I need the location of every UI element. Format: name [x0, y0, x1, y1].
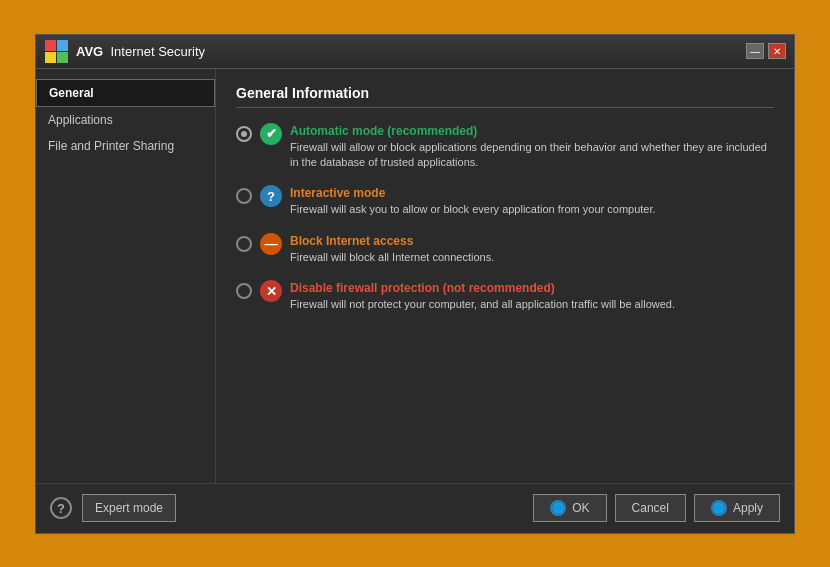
option-automatic: ✔ Automatic mode (recommended) Firewall … — [236, 124, 774, 171]
icon-interactive: ? — [260, 185, 282, 207]
radio-automatic[interactable] — [236, 126, 252, 142]
label-interactive: Interactive mode — [290, 186, 774, 200]
title-bar-left: AVG Internet Security — [44, 39, 205, 63]
radio-block[interactable] — [236, 236, 252, 252]
desc-disable: Firewall will not protect your computer,… — [290, 297, 774, 312]
brand-text: AVG — [76, 44, 103, 59]
close-button[interactable]: ✕ — [768, 43, 786, 59]
section-title: General Information — [236, 85, 774, 108]
icon-automatic: ✔ — [260, 123, 282, 145]
icon-disable: ✕ — [260, 280, 282, 302]
option-text-disable: Disable firewall protection (not recomme… — [290, 281, 774, 312]
option-block: — Block Internet access Firewall will bl… — [236, 234, 774, 265]
apply-label: Apply — [733, 501, 763, 515]
footer-left: ? Expert mode — [50, 494, 176, 522]
option-text-block: Block Internet access Firewall will bloc… — [290, 234, 774, 265]
sidebar: General Applications File and Printer Sh… — [36, 69, 216, 483]
label-disable: Disable firewall protection (not recomme… — [290, 281, 774, 295]
icon-block: — — [260, 233, 282, 255]
desc-interactive: Firewall will ask you to allow or block … — [290, 202, 774, 217]
ok-globe-icon: 🌐 — [550, 500, 566, 516]
title-controls: — ✕ — [746, 43, 786, 59]
footer-right: 🌐 OK Cancel 🌐 Apply — [533, 494, 780, 522]
sidebar-item-applications[interactable]: Applications — [36, 107, 215, 133]
help-button[interactable]: ? — [50, 497, 72, 519]
option-disable: ✕ Disable firewall protection (not recom… — [236, 281, 774, 312]
sidebar-item-file-printer[interactable]: File and Printer Sharing — [36, 133, 215, 159]
sidebar-item-general[interactable]: General — [36, 79, 215, 107]
title-bar: AVG Internet Security — ✕ — [36, 35, 794, 69]
cancel-label: Cancel — [632, 501, 669, 515]
desc-automatic: Firewall will allow or block application… — [290, 140, 774, 171]
apply-globe-icon: 🌐 — [711, 500, 727, 516]
window-title: Internet Security — [110, 44, 205, 59]
content-area: General Applications File and Printer Sh… — [36, 69, 794, 483]
radio-disable[interactable] — [236, 283, 252, 299]
main-window: AVG Internet Security — ✕ General Applic… — [35, 34, 795, 534]
minimize-button[interactable]: — — [746, 43, 764, 59]
ok-label: OK — [572, 501, 589, 515]
desc-block: Firewall will block all Internet connect… — [290, 250, 774, 265]
ok-button[interactable]: 🌐 OK — [533, 494, 606, 522]
radio-interactive[interactable] — [236, 188, 252, 204]
apply-button[interactable]: 🌐 Apply — [694, 494, 780, 522]
option-interactive: ? Interactive mode Firewall will ask you… — [236, 186, 774, 217]
option-text-automatic: Automatic mode (recommended) Firewall wi… — [290, 124, 774, 171]
expert-mode-button[interactable]: Expert mode — [82, 494, 176, 522]
footer: ? Expert mode 🌐 OK Cancel 🌐 Apply — [36, 483, 794, 533]
cancel-button[interactable]: Cancel — [615, 494, 686, 522]
avg-logo — [44, 39, 68, 63]
option-text-interactive: Interactive mode Firewall will ask you t… — [290, 186, 774, 217]
title-text: AVG Internet Security — [76, 44, 205, 59]
label-automatic: Automatic mode (recommended) — [290, 124, 774, 138]
label-block: Block Internet access — [290, 234, 774, 248]
main-content: General Information ✔ Automatic mode (re… — [216, 69, 794, 483]
